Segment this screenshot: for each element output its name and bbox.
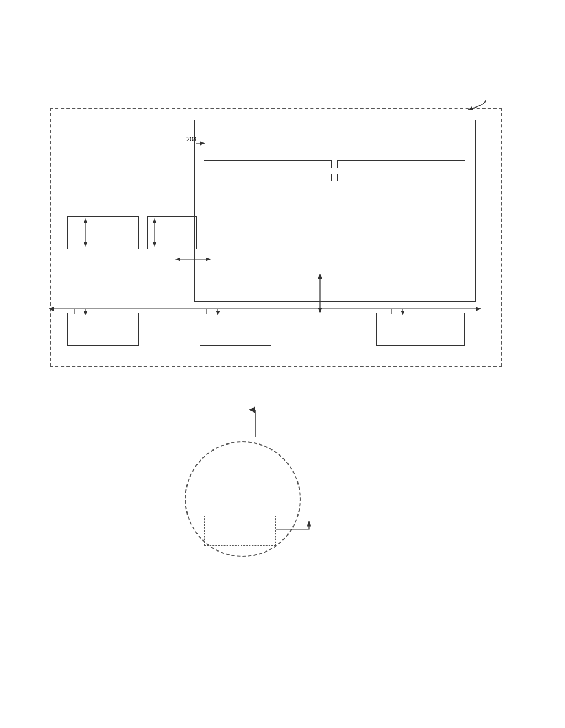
loaner-part-rules-box: [204, 160, 332, 168]
program-code-box: [204, 516, 276, 546]
loaner-part-swap-box: [204, 174, 332, 181]
cpp-arrow: [276, 518, 342, 552]
header: [0, 0, 565, 15]
persistent-storage-box: [194, 120, 476, 302]
display-box: [376, 313, 465, 346]
inner-grid: [199, 156, 470, 186]
processor-unit-box: [67, 216, 139, 249]
io-unit-box: [200, 313, 271, 346]
comm-unit-box: [67, 313, 139, 346]
memory-box: [147, 216, 197, 249]
crm-arrow-up: [247, 405, 264, 438]
loaner-part-config-box: [337, 160, 465, 168]
outer-system-box: [50, 108, 502, 367]
loaner-system-config-box: [337, 174, 465, 181]
persistent-storage-label: [331, 115, 339, 124]
diagram: 208: [33, 77, 530, 408]
